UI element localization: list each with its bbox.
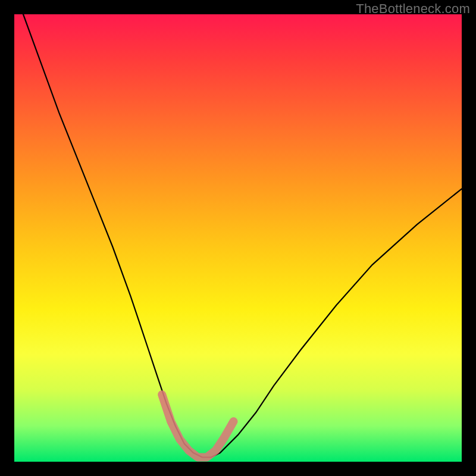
bottleneck-chart [14, 14, 462, 462]
optimal-range-marker [162, 394, 233, 457]
bottleneck-curve [23, 14, 462, 458]
